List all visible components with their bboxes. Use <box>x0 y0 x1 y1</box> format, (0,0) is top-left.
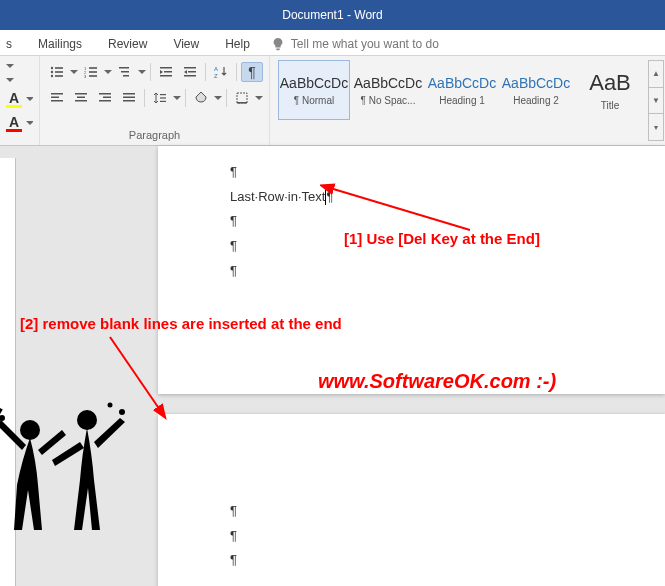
tab-help[interactable]: Help <box>212 33 263 55</box>
paragraph-group: 123 AZ ¶ <box>40 56 270 145</box>
caret-down-icon[interactable] <box>173 94 181 102</box>
svg-point-4 <box>51 75 53 77</box>
style-name: Heading 2 <box>513 95 559 106</box>
svg-rect-38 <box>237 93 247 103</box>
paragraph-group-label: Paragraph <box>46 127 263 145</box>
svg-point-2 <box>51 71 53 73</box>
styles-scroll-up[interactable]: ▲ <box>649 61 663 88</box>
svg-rect-23 <box>51 93 63 95</box>
svg-rect-34 <box>123 100 135 102</box>
tab-references-partial[interactable]: s <box>2 33 25 55</box>
svg-point-42 <box>20 420 40 440</box>
svg-rect-20 <box>184 75 196 77</box>
svg-rect-29 <box>99 93 111 95</box>
increase-indent-button[interactable] <box>179 62 201 82</box>
style-name: Title <box>601 100 620 111</box>
multilevel-list-button[interactable] <box>114 62 136 82</box>
shading-button[interactable] <box>190 88 212 108</box>
caret-down-icon[interactable] <box>70 68 78 76</box>
ribbon-tabs: s Mailings Review View Help Tell me what… <box>0 30 665 56</box>
svg-point-0 <box>51 67 53 69</box>
svg-rect-15 <box>160 67 172 69</box>
svg-rect-17 <box>160 75 172 77</box>
page-content[interactable]: ¶ Last·Row·in·Text¶ ¶ ¶ ¶ <box>158 146 665 287</box>
svg-point-43 <box>77 410 97 430</box>
svg-rect-31 <box>99 100 111 102</box>
show-hide-button[interactable]: ¶ <box>241 62 263 82</box>
style-name: Heading 1 <box>439 95 485 106</box>
svg-rect-27 <box>77 97 85 99</box>
font-group-partial: A A <box>0 56 40 145</box>
numbering-button[interactable]: 123 <box>80 62 102 82</box>
caret-down-icon[interactable] <box>6 62 14 70</box>
svg-text:Z: Z <box>214 73 218 79</box>
style-preview: AaBbCcDc <box>280 75 348 91</box>
window-title: Document1 - Word <box>282 8 382 22</box>
page-2[interactable]: ¶ ¶ ¶ <box>158 414 665 586</box>
paragraph-mark: ¶ <box>230 160 661 185</box>
styles-scroll-down[interactable]: ▼ <box>649 88 663 115</box>
font-color-icon[interactable]: A <box>6 114 22 132</box>
decorative-figures <box>0 400 132 560</box>
caret-down-icon[interactable] <box>138 68 146 76</box>
tab-view[interactable]: View <box>160 33 212 55</box>
decrease-indent-button[interactable] <box>155 62 177 82</box>
svg-text:3: 3 <box>84 74 87 79</box>
style-no-spacing[interactable]: AaBbCcDc ¶ No Spac... <box>352 60 424 120</box>
svg-rect-37 <box>160 101 166 102</box>
svg-rect-11 <box>89 75 97 77</box>
style-heading2[interactable]: AaBbCcDc Heading 2 <box>500 60 572 120</box>
bullets-button[interactable] <box>46 62 68 82</box>
style-preview: AaBbCcDc <box>428 75 496 91</box>
svg-rect-18 <box>184 67 196 69</box>
caret-down-icon[interactable] <box>214 94 222 102</box>
svg-rect-35 <box>160 94 166 95</box>
page-content[interactable]: ¶ ¶ ¶ <box>158 414 665 577</box>
svg-rect-26 <box>75 93 87 95</box>
svg-rect-1 <box>55 67 63 69</box>
highlight-color-icon[interactable]: A <box>6 90 22 108</box>
style-normal[interactable]: AaBbCcDc ¶ Normal <box>278 60 350 120</box>
svg-rect-13 <box>121 71 129 73</box>
page-1[interactable]: ¶ Last·Row·in·Text¶ ¶ ¶ ¶ <box>158 146 665 394</box>
sort-button[interactable]: AZ <box>210 62 232 82</box>
caret-down-icon[interactable] <box>255 94 263 102</box>
svg-rect-24 <box>51 97 59 99</box>
svg-rect-33 <box>123 97 135 99</box>
svg-rect-32 <box>123 93 135 95</box>
caret-down-icon[interactable] <box>6 76 14 84</box>
style-preview: AaBbCcDc <box>354 75 422 91</box>
styles-scroll: ▲ ▼ ▾ <box>648 60 664 141</box>
svg-rect-28 <box>75 100 87 102</box>
svg-rect-19 <box>188 71 196 73</box>
svg-rect-7 <box>89 67 97 69</box>
tell-me-search[interactable]: Tell me what you want to do <box>263 33 447 55</box>
svg-point-44 <box>0 415 5 421</box>
styles-expand[interactable]: ▾ <box>649 114 663 140</box>
annotation-url: www.SoftwareOK.com :-) <box>318 370 556 393</box>
caret-down-icon[interactable] <box>104 68 112 76</box>
align-left-button[interactable] <box>46 88 68 108</box>
style-name: ¶ Normal <box>294 95 334 106</box>
ribbon-content: A A 123 AZ ¶ <box>0 56 665 146</box>
tab-review[interactable]: Review <box>95 33 160 55</box>
align-center-button[interactable] <box>70 88 92 108</box>
caret-down-icon[interactable] <box>26 119 33 127</box>
align-right-button[interactable] <box>94 88 116 108</box>
caret-down-icon[interactable] <box>26 95 33 103</box>
svg-rect-16 <box>164 71 172 73</box>
justify-button[interactable] <box>118 88 140 108</box>
tab-mailings[interactable]: Mailings <box>25 33 95 55</box>
style-title[interactable]: AaB Title <box>574 60 646 120</box>
line-spacing-button[interactable] <box>149 88 171 108</box>
svg-rect-3 <box>55 71 63 73</box>
style-heading1[interactable]: AaBbCcDc Heading 1 <box>426 60 498 120</box>
paragraph-mark: ¶ <box>230 524 661 549</box>
styles-group: AaBbCcDc ¶ Normal AaBbCcDc ¶ No Spac... … <box>270 56 665 145</box>
svg-rect-36 <box>160 97 166 98</box>
svg-rect-39 <box>237 102 247 104</box>
paragraph-mark: ¶ <box>230 548 661 573</box>
svg-rect-5 <box>55 75 63 77</box>
borders-button[interactable] <box>231 88 253 108</box>
paragraph-mark: ¶ <box>230 259 661 284</box>
